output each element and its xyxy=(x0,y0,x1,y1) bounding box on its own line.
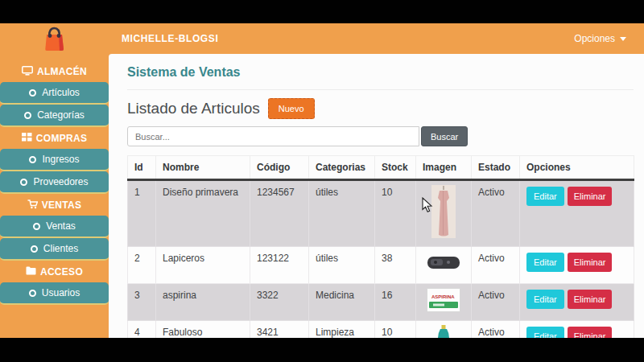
circle-bullet-icon xyxy=(29,89,36,97)
sidebar-item-label: Ingresos xyxy=(42,154,79,165)
page-title: Sistema de Ventas xyxy=(127,65,634,80)
cell-nombre: Fabuloso xyxy=(156,321,250,339)
cell-codigo: 123122 xyxy=(250,247,309,284)
col-header-imagen: Imagen xyxy=(416,156,472,180)
sidebar-item-clientes[interactable]: Clientes xyxy=(0,238,109,261)
cell-nombre: aspirina xyxy=(156,284,250,321)
cell-stock: 10 xyxy=(375,180,416,247)
desktop-icon xyxy=(22,66,33,78)
sidebar-item-articulos[interactable]: Artículos xyxy=(0,82,109,105)
delete-button[interactable]: Eliminar xyxy=(568,290,613,309)
edit-button[interactable]: Editar xyxy=(526,327,564,338)
section-title: Listado de Articulos xyxy=(127,100,260,117)
sidebar-item-proveedores[interactable]: Proveedores xyxy=(0,171,109,194)
edit-button[interactable]: Editar xyxy=(526,187,564,206)
col-header-opciones: Opciones xyxy=(520,156,634,180)
folder-icon xyxy=(26,266,36,278)
cell-codigo: 3421 xyxy=(250,321,309,339)
cell-id: 4 xyxy=(128,321,156,339)
search-input[interactable] xyxy=(127,126,419,146)
letterbox-top xyxy=(0,0,644,23)
circle-bullet-icon xyxy=(31,245,38,253)
table-header-row: Id Nombre Código Categorias Stock Imagen… xyxy=(128,156,634,180)
sidebar-section-almacen: ALMACÉN xyxy=(0,63,109,80)
shopping-bag-icon xyxy=(43,23,65,55)
cell-imagen xyxy=(416,247,472,284)
brand-title[interactable]: MICHELLE-BLOGSI xyxy=(122,33,218,44)
sidebar-section-ventas: VENTAS xyxy=(0,196,109,214)
table-row: 4 Fabuloso 3421 Limpieza 10 xyxy=(128,321,634,339)
sidebar-section-acceso: ACCESO xyxy=(0,263,109,281)
caret-down-icon xyxy=(620,37,626,41)
grid-icon xyxy=(22,133,32,144)
sidebar-section-label: ALMACÉN xyxy=(37,66,87,77)
dress-photo xyxy=(431,229,456,241)
sidebar-nav: ALMACÉN Artículos Categorías COMPRAS Ing… xyxy=(0,54,109,338)
cell-estado: Activo xyxy=(472,321,520,339)
brand-logo[interactable] xyxy=(0,23,109,54)
cell-codigo: 1234567 xyxy=(250,180,309,247)
cell-codigo: 3322 xyxy=(250,284,309,321)
circle-bullet-icon xyxy=(24,112,31,119)
table-row: 3 aspirina 3322 Medicina 16 ASPIRINA xyxy=(128,284,634,321)
col-header-categorias: Categorias xyxy=(309,156,375,180)
sidebar-item-ventas[interactable]: Ventas xyxy=(0,216,109,238)
divider xyxy=(127,89,634,90)
cell-categoria: Limpieza xyxy=(309,321,375,339)
cell-imagen xyxy=(416,180,472,247)
sidebar-item-usuarios[interactable]: Usuarios xyxy=(0,282,109,305)
cell-id: 1 xyxy=(128,180,156,247)
cell-id: 2 xyxy=(128,247,156,284)
sidebar-item-label: Ventas xyxy=(46,220,76,232)
cell-opciones: EditarEliminar xyxy=(520,284,634,321)
edit-button[interactable]: Editar xyxy=(526,290,564,309)
cell-stock: 38 xyxy=(375,247,416,284)
cell-estado: Activo xyxy=(472,284,520,321)
aspirin-box-photo: ASPIRINA xyxy=(427,303,460,315)
cell-imagen: ASPIRINA xyxy=(416,284,472,321)
sidebar-item-ingresos[interactable]: Ingresos xyxy=(0,149,109,171)
edit-button[interactable]: Editar xyxy=(526,253,564,272)
sidebar-section-label: COMPRAS xyxy=(36,133,87,144)
cell-imagen xyxy=(416,321,472,339)
sidebar-section-label: ACCESO xyxy=(40,266,83,278)
new-button[interactable]: Nuevo xyxy=(268,98,315,119)
delete-button[interactable]: Eliminar xyxy=(568,187,613,206)
sidebar-section-label: VENTAS xyxy=(42,200,82,211)
col-header-estado: Estado xyxy=(472,156,520,180)
sidebar-item-categorias[interactable]: Categorías xyxy=(0,105,109,127)
svg-text:ASPIRINA: ASPIRINA xyxy=(431,294,455,299)
table-row: 2 Lapiceros 123122 útiles 38 xyxy=(128,247,634,284)
cell-categoria: útiles xyxy=(309,180,375,247)
main-content: Sistema de Ventas Listado de Articulos N… xyxy=(109,54,644,338)
circle-bullet-icon xyxy=(33,223,40,230)
sidebar-item-label: Proveedores xyxy=(33,176,88,187)
circle-bullet-icon xyxy=(29,290,36,297)
search-button[interactable]: Buscar xyxy=(421,126,468,146)
cell-opciones: EditarEliminar xyxy=(520,180,634,247)
cell-estado: Activo xyxy=(472,247,520,284)
app-window: MICHELLE-BLOGSI Opciones ALMACÉN Artícul… xyxy=(0,0,644,362)
circle-bullet-icon xyxy=(29,156,36,163)
delete-button[interactable]: Eliminar xyxy=(568,327,613,338)
sidebar-section-compras: COMPRAS xyxy=(0,130,109,147)
articles-table: Id Nombre Código Categorias Stock Imagen… xyxy=(127,155,634,338)
delete-button[interactable]: Eliminar xyxy=(568,253,613,272)
col-header-nombre: Nombre xyxy=(156,156,250,180)
circle-bullet-icon xyxy=(20,179,27,186)
pencil-case-photo xyxy=(426,263,461,274)
sidebar-item-label: Usuarios xyxy=(42,287,80,298)
sidebar-item-label: Artículos xyxy=(42,87,80,98)
cell-nombre: Lapiceros xyxy=(156,247,250,284)
col-header-id: Id xyxy=(128,156,156,180)
letterbox-bottom xyxy=(0,338,644,362)
options-menu-label: Opciones xyxy=(574,33,615,44)
cell-nombre: Diseño primavera xyxy=(156,180,250,247)
cell-opciones: EditarEliminar xyxy=(520,247,634,284)
cell-categoria: útiles xyxy=(309,247,375,284)
top-navbar: MICHELLE-BLOGSI Opciones xyxy=(0,23,644,54)
sidebar-item-label: Clientes xyxy=(43,243,78,254)
sidebar-item-label: Categorías xyxy=(37,109,85,121)
col-header-codigo: Código xyxy=(250,156,309,180)
options-menu[interactable]: Opciones xyxy=(574,33,626,44)
